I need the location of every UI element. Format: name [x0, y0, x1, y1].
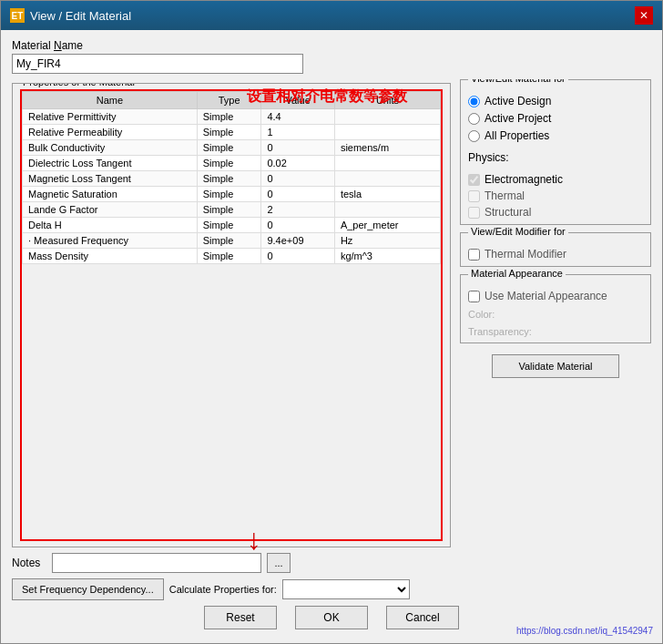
calc-combo[interactable]	[282, 579, 410, 599]
cell-units: siemens/m	[334, 140, 440, 156]
bottom-section: Notes ... Set Frequency Dependency... Ca…	[12, 553, 651, 634]
cell-type: Simple	[197, 156, 261, 171]
cell-value: 1	[261, 125, 334, 140]
cell-value: 0	[261, 140, 334, 156]
dialog-title: View / Edit Material	[30, 9, 131, 23]
properties-group-title: Properties of the Material	[20, 83, 138, 87]
dialog-window: ET View / Edit Material ✕ Material Name …	[0, 0, 663, 644]
table-row[interactable]: · Measured Frequency Simple 9.4e+09 Hz	[23, 233, 441, 249]
main-content: Properties of the Material Name Type Val…	[12, 79, 651, 547]
ok-button[interactable]: OK	[295, 606, 368, 629]
cb-use-material-appearance[interactable]: Use Material Appearance	[468, 290, 643, 302]
view-edit-material-title: View/Edit Material for	[468, 79, 568, 84]
cell-type: Simple	[197, 202, 261, 218]
cell-name: Relative Permeability	[23, 125, 198, 140]
table-row[interactable]: Bulk Conductivity Simple 0 siemens/m	[23, 140, 441, 156]
set-frequency-button[interactable]: Set Frequency Dependency...	[12, 578, 164, 600]
cell-type: Simple	[197, 140, 261, 156]
notes-row: Notes ...	[12, 553, 651, 573]
cell-name: Magnetic Saturation	[23, 187, 198, 202]
notes-label: Notes	[12, 557, 46, 569]
cell-units: tesla	[334, 187, 440, 202]
cell-type: Simple	[197, 233, 261, 249]
reset-button[interactable]: Reset	[204, 606, 277, 629]
cell-type: Simple	[197, 218, 261, 233]
table-row[interactable]: Mass Density Simple 0 kg/m^3	[23, 249, 441, 264]
material-name-section: Material Name	[12, 39, 651, 74]
calc-label: Calculate Properties for:	[169, 584, 277, 595]
watermark: https://blog.csdn.net/iq_41542947	[516, 626, 653, 636]
cell-value: 0	[261, 187, 334, 202]
table-header-row: Name Type Value Units	[23, 92, 441, 109]
notes-ellipsis-button[interactable]: ...	[267, 553, 291, 573]
cb-structural[interactable]: Structural	[468, 206, 643, 219]
material-name-input[interactable]	[12, 54, 303, 74]
cell-units: Hz	[334, 233, 440, 249]
right-panel: View/Edit Material for Active Design Act…	[460, 79, 651, 547]
left-panel: Properties of the Material Name Type Val…	[12, 79, 451, 547]
cell-type: Simple	[197, 125, 261, 140]
table-row[interactable]: Delta H Simple 0 A_per_meter	[23, 218, 441, 233]
cell-value: 0	[261, 171, 334, 187]
app-icon: ET	[10, 8, 25, 23]
col-value: Value	[261, 92, 334, 109]
radio-group-design: Active Design Active Project All Propert…	[468, 86, 643, 142]
cell-name: Bulk Conductivity	[23, 140, 198, 156]
radio-all-properties[interactable]: All Properties	[468, 129, 643, 142]
cancel-button[interactable]: Cancel	[386, 606, 459, 629]
cell-units	[334, 202, 440, 218]
cell-name: Magnetic Loss Tangent	[23, 171, 198, 187]
cell-name: Dielectric Loss Tangent	[23, 156, 198, 171]
cell-type: Simple	[197, 109, 261, 125]
cell-name: Lande G Factor	[23, 202, 198, 218]
close-button[interactable]: ✕	[635, 6, 653, 25]
cell-units: kg/m^3	[334, 249, 440, 264]
material-appearance-title: Material Appearance	[468, 268, 566, 279]
cell-units	[334, 125, 440, 140]
table-row[interactable]: Magnetic Saturation Simple 0 tesla	[23, 187, 441, 202]
view-edit-modifier-group: View/Edit Modifier for Thermal Modifier	[460, 232, 651, 267]
material-appearance-group: Material Appearance Use Material Appeara…	[460, 274, 651, 343]
table-row[interactable]: Lande G Factor Simple 2	[23, 202, 441, 218]
title-bar: ET View / Edit Material ✕	[1, 1, 662, 30]
properties-group: Properties of the Material Name Type Val…	[12, 83, 451, 547]
cell-units: A_per_meter	[334, 218, 440, 233]
radio-active-design[interactable]: Active Design	[468, 95, 643, 107]
cb-electromagnetic[interactable]: Electromagnetic	[468, 173, 643, 186]
cell-units	[334, 109, 440, 125]
cell-value: 9.4e+09	[261, 233, 334, 249]
transparency-label: Transparency:	[468, 326, 643, 337]
cb-thermal-modifier[interactable]: Thermal Modifier	[468, 248, 643, 261]
cell-name: · Measured Frequency	[23, 233, 198, 249]
validate-button[interactable]: Validate Material	[492, 354, 619, 378]
cell-value: 0	[261, 218, 334, 233]
table-row[interactable]: Magnetic Loss Tangent Simple 0	[23, 171, 441, 187]
cell-type: Simple	[197, 171, 261, 187]
cell-type: Simple	[197, 249, 261, 264]
cell-value: 4.4	[261, 109, 334, 125]
col-units: Units	[334, 92, 440, 109]
properties-table: Name Type Value Units Relative Permittiv…	[22, 91, 441, 264]
title-bar-left: ET View / Edit Material	[10, 8, 131, 23]
color-label: Color:	[468, 309, 643, 320]
validate-section: Validate Material	[460, 351, 651, 378]
table-row[interactable]: Relative Permittivity Simple 4.4	[23, 109, 441, 125]
physics-checkboxes: Electromagnetic Thermal Structural	[468, 164, 643, 219]
cell-type: Simple	[197, 187, 261, 202]
physics-label: Physics:	[468, 151, 509, 164]
cell-name: Mass Density	[23, 249, 198, 264]
cell-value: 0.02	[261, 156, 334, 171]
view-edit-modifier-title: View/Edit Modifier for	[468, 226, 568, 237]
cell-name: Delta H	[23, 218, 198, 233]
table-row[interactable]: Relative Permeability Simple 1	[23, 125, 441, 140]
dialog-body: Material Name 设置相对介电常数等参数 Properties of …	[1, 30, 662, 643]
cell-name: Relative Permittivity	[23, 109, 198, 125]
cell-value: 2	[261, 202, 334, 218]
col-name: Name	[23, 92, 198, 109]
notes-input[interactable]	[52, 553, 261, 573]
radio-active-project[interactable]: Active Project	[468, 112, 643, 125]
view-edit-material-group: View/Edit Material for Active Design Act…	[460, 79, 651, 225]
cb-thermal[interactable]: Thermal	[468, 189, 643, 202]
col-type: Type	[197, 92, 261, 109]
table-row[interactable]: Dielectric Loss Tangent Simple 0.02	[23, 156, 441, 171]
